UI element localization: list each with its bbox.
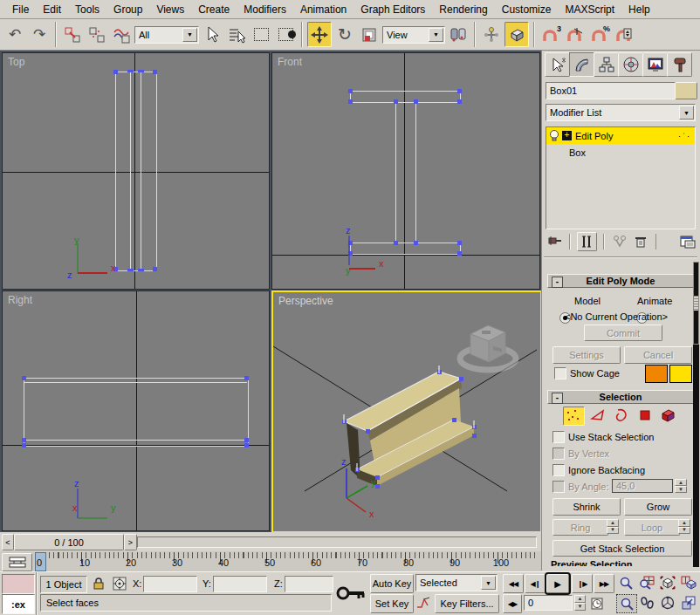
select-object-button[interactable] [201, 23, 223, 46]
object-name-field[interactable]: Box01 [546, 82, 676, 99]
window-crossing-button[interactable] [274, 23, 297, 46]
by-angle-checkbox[interactable] [552, 481, 565, 493]
select-and-manipulate-button[interactable] [480, 23, 503, 46]
menu-modifiers[interactable]: Modifiers [237, 2, 293, 17]
z-coordinate-field[interactable] [285, 576, 333, 592]
frame-spinner[interactable]: ▲▼ [574, 595, 586, 611]
maxscript-listener-pink[interactable] [2, 574, 35, 594]
menu-animation[interactable]: Animation [293, 2, 353, 17]
ignore-backfacing-label[interactable]: Ignore Backfacing [568, 465, 645, 475]
play-button[interactable]: ▶ [546, 574, 569, 593]
goto-start-button[interactable]: ◀◀ [503, 574, 524, 593]
time-slider-next-button[interactable]: > [124, 534, 137, 550]
polygon-mode-button[interactable] [635, 407, 655, 424]
panel-scrollbar-thumb[interactable] [693, 262, 699, 345]
unlink-selection-button[interactable] [86, 23, 108, 46]
modifier-list-combo[interactable]: Modifier List ▼ [546, 104, 696, 121]
stack-row-edit-poly[interactable]: + Edit Poly ·ʿ· [546, 127, 695, 144]
time-slider-prev-button[interactable]: < [2, 534, 14, 550]
cage-color-swatch-orange[interactable] [645, 365, 668, 383]
border-mode-button[interactable] [611, 407, 631, 424]
get-stack-selection-button[interactable]: Get Stack Selection [552, 540, 692, 557]
time-slider-track[interactable] [137, 536, 537, 548]
vertex-mode-button[interactable] [563, 407, 585, 426]
bind-to-spacewarp-button[interactable] [110, 23, 133, 46]
use-pivot-center-button[interactable] [447, 23, 470, 46]
next-frame-button[interactable]: ❙▶ [572, 574, 593, 593]
by-angle-field[interactable]: 45,0 [612, 479, 673, 493]
select-by-name-button[interactable] [225, 23, 248, 46]
tab-display[interactable] [642, 52, 668, 77]
undo-button[interactable]: ↶ [3, 23, 26, 46]
time-configuration-button[interactable] [589, 594, 607, 612]
zoom-extents-all-button[interactable] [679, 574, 697, 591]
time-slider-handle[interactable]: 0 / 100 [14, 534, 124, 550]
viewport-top-label[interactable]: Top [8, 56, 24, 68]
commit-button[interactable]: Commit [584, 325, 662, 341]
menu-maxscript[interactable]: MAXScript [558, 2, 621, 17]
set-keys-button[interactable] [335, 579, 367, 607]
menu-edit[interactable]: Edit [36, 2, 68, 17]
use-stack-selection-label[interactable]: Use Stack Selection [568, 432, 654, 442]
select-and-move-button[interactable] [307, 22, 332, 47]
menu-help[interactable]: Help [621, 2, 657, 17]
viewport-front-label[interactable]: Front [278, 56, 302, 68]
show-cage-checkbox[interactable] [554, 367, 566, 379]
zoom-all-button[interactable] [637, 574, 656, 591]
select-and-scale-button[interactable] [358, 23, 381, 46]
zoom-button[interactable] [616, 574, 635, 591]
arc-rotate-button[interactable] [658, 594, 677, 612]
use-stack-selection-checkbox[interactable] [552, 431, 565, 443]
select-and-rotate-button[interactable]: ↻ [333, 23, 356, 46]
selection-filter-combo[interactable]: All ▼ [134, 26, 199, 44]
absolute-offset-mode-button[interactable] [112, 576, 127, 591]
goto-end-button[interactable]: ▶▶ [594, 574, 614, 593]
key-filter-selected-combo[interactable]: Selected ▼ [415, 574, 498, 591]
selection-lock-button[interactable] [91, 576, 106, 591]
cancel-button[interactable]: Cancel [624, 346, 692, 364]
viewport-right[interactable]: Right z x y [2, 290, 270, 531]
tab-modify[interactable] [569, 52, 594, 77]
select-and-link-button[interactable] [61, 23, 84, 46]
loop-button[interactable]: Loop [624, 519, 680, 536]
previous-frame-button[interactable]: ◀❙ [525, 574, 546, 593]
configure-modifier-sets-button[interactable] [678, 233, 697, 250]
loop-spinner[interactable]: ▲▼ [678, 519, 690, 534]
mini-curve-editor-button[interactable] [2, 553, 32, 571]
object-color-swatch[interactable] [675, 82, 697, 99]
tab-hierarchy[interactable] [594, 52, 619, 77]
by-vertex-checkbox[interactable] [552, 448, 565, 460]
viewport-top[interactable]: Top y x z [2, 52, 270, 290]
menu-views[interactable]: Views [149, 2, 191, 17]
ignore-backfacing-checkbox[interactable] [552, 464, 565, 476]
stack-row-box[interactable]: Box [546, 144, 695, 161]
tab-utilities[interactable] [667, 52, 692, 77]
key-mode-toggle-button[interactable]: ◀▶ [503, 594, 522, 613]
auto-key-button[interactable]: Auto Key [370, 574, 414, 593]
maxscript-listener-white[interactable]: :ex [2, 594, 35, 614]
snap-3d-button[interactable]: 3 [539, 23, 562, 46]
rollout-edit-poly-mode-header[interactable]: - Edit Poly Mode [547, 274, 694, 288]
panel-scrollbar[interactable] [693, 262, 699, 567]
angle-snap-button[interactable] [564, 23, 587, 46]
cage-color-swatch-yellow[interactable] [669, 365, 692, 383]
viewport-front[interactable]: Front z y x [271, 52, 540, 290]
tab-motion[interactable] [618, 52, 643, 77]
show-end-result-button[interactable] [577, 232, 598, 251]
spinner-snap-button[interactable] [613, 23, 635, 46]
animate-radio-label[interactable]: Animate [637, 296, 672, 306]
ring-spinner[interactable]: ▲▼ [607, 519, 619, 534]
grow-button[interactable]: Grow [624, 498, 692, 516]
reference-coordinate-combo[interactable]: View ▼ [382, 26, 445, 44]
model-radio-label[interactable]: Model [574, 296, 600, 306]
collapse-icon[interactable]: - [552, 393, 563, 404]
expand-icon[interactable]: + [562, 131, 572, 140]
menu-group[interactable]: Group [106, 2, 149, 17]
key-filters-button[interactable]: Key Filters... [435, 594, 499, 613]
set-key-button[interactable]: Set Key [370, 594, 414, 613]
menu-rendering[interactable]: Rendering [432, 2, 494, 17]
percent-snap-button[interactable]: % [588, 23, 611, 46]
menu-customize[interactable]: Customize [495, 2, 559, 17]
collapse-icon[interactable]: - [552, 277, 563, 288]
maximize-viewport-toggle-button[interactable] [679, 594, 697, 612]
